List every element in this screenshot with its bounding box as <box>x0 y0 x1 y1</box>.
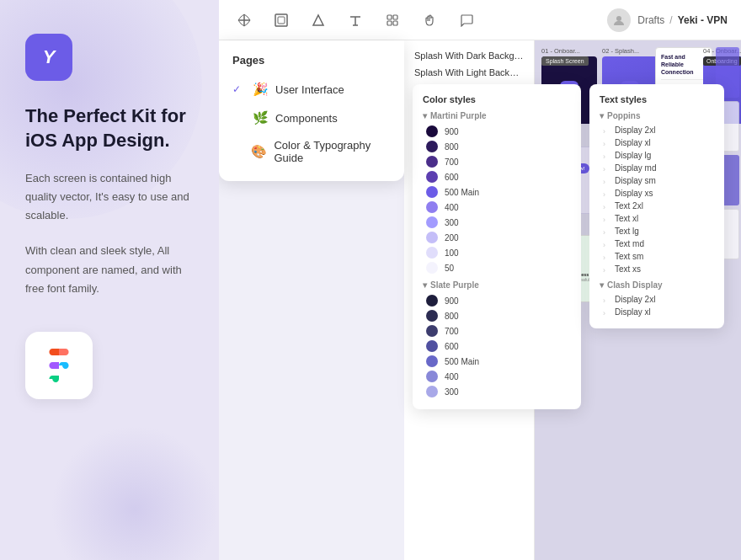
color-400[interactable]: 400 <box>423 200 571 215</box>
text-style-display-sm: Display sm <box>615 176 656 185</box>
pages-title: Pages <box>219 51 404 75</box>
text-group-poppins[interactable]: ▾ Poppins <box>600 111 714 120</box>
app-headline: The Perfect Kit for iOS App Design. <box>25 104 194 152</box>
svg-rect-0 <box>275 14 287 26</box>
text-group-poppins-label: Poppins <box>607 111 640 120</box>
slate-shade-600: 600 <box>445 342 459 351</box>
text-text-2xl[interactable]: ›Text 2xl <box>600 200 714 212</box>
chevron-icon: › <box>603 152 610 159</box>
comment-tool-icon[interactable] <box>455 8 478 32</box>
slate-shade-500: 500 Main <box>445 357 479 366</box>
chevron-icon: › <box>603 266 610 273</box>
text-display-xs[interactable]: ›Display xs <box>600 187 714 200</box>
clash-display-2xl[interactable]: ›Display 2xl <box>600 293 714 306</box>
color-300[interactable]: 300 <box>423 215 571 230</box>
color-group-slate[interactable]: ▾ Slate Purple <box>423 280 571 290</box>
slate-600[interactable]: 600 <box>423 339 571 354</box>
page-item-ui[interactable]: ✓ 🎉 User Interface <box>219 75 404 104</box>
svg-rect-1 <box>278 17 285 24</box>
slate-300[interactable]: 300 <box>423 384 571 399</box>
swatch-600 <box>426 171 438 183</box>
slate-swatch-500 <box>426 355 438 367</box>
svg-rect-3 <box>393 15 397 19</box>
clash-display-xl[interactable]: ›Display xl <box>600 306 714 318</box>
color-900[interactable]: 900 <box>423 124 571 139</box>
swatch-50 <box>426 262 438 274</box>
pages-dropdown: Pages ✓ 🎉 User Interface 🌿 Components 🎨 … <box>219 40 404 181</box>
slate-700[interactable]: 700 <box>423 323 571 339</box>
slate-500[interactable]: 500 Main <box>423 354 571 369</box>
text-display-2xl[interactable]: ›Display 2xl <box>600 124 714 136</box>
color-500-main[interactable]: 500 Main <box>423 184 571 200</box>
swatch-800 <box>426 141 438 152</box>
collapse-icon-clash: ▾ <box>600 280 604 290</box>
chevron-icon: › <box>603 165 610 172</box>
logo-letter: Y <box>43 46 56 68</box>
text-text-xs[interactable]: ›Text xs <box>600 263 714 275</box>
chevron-icon: › <box>603 241 610 248</box>
collapse-icon-poppins: ▾ <box>600 111 604 120</box>
text-display-md[interactable]: ›Display md <box>600 162 714 174</box>
move-tool-icon[interactable] <box>232 8 256 32</box>
slate-400[interactable]: 400 <box>423 369 571 384</box>
chevron-icon: › <box>603 178 610 184</box>
frame-tool-icon[interactable] <box>269 8 293 32</box>
description1: Each screen is contained high quality ve… <box>25 169 194 225</box>
color-800[interactable]: 800 <box>423 139 571 154</box>
splash-badge: Splash Screen <box>541 56 589 66</box>
hand-tool-icon[interactable] <box>418 8 441 32</box>
swatch-300 <box>426 216 438 228</box>
svg-rect-2 <box>387 15 392 19</box>
text-style-text-xl: Text xl <box>615 214 638 223</box>
description2: With clean and sleek style, All componen… <box>25 242 194 297</box>
page-item-color-guide[interactable]: 🎨 Color & Typography Guide <box>219 132 404 171</box>
text-display-xl[interactable]: ›Display xl <box>600 136 714 149</box>
color-200[interactable]: 200 <box>423 230 571 245</box>
layer-splash-light[interactable]: Splash With Light Background <box>404 64 534 81</box>
chevron-icon: › <box>603 203 610 210</box>
color-100[interactable]: 100 <box>423 245 571 260</box>
breadcrumb-current: Yeki - VPN <box>678 14 728 26</box>
text-display-sm[interactable]: ›Display sm <box>600 174 714 187</box>
breadcrumb: Drafts / Yeki - VPN <box>637 14 728 26</box>
slate-shade-800: 800 <box>445 312 459 321</box>
chevron-icon: › <box>603 190 610 197</box>
slate-shade-900: 900 <box>445 296 459 306</box>
breadcrumb-drafts: Drafts <box>637 14 664 26</box>
page-item-components[interactable]: 🌿 Components <box>219 104 404 132</box>
toolbar: Drafts / Yeki - VPN <box>219 0 741 40</box>
color-700[interactable]: 700 <box>423 154 571 169</box>
text-tool-icon[interactable] <box>344 8 367 32</box>
text-text-sm[interactable]: ›Text sm <box>600 250 714 263</box>
slate-shade-400: 400 <box>445 372 459 381</box>
slate-800[interactable]: 800 <box>423 308 571 323</box>
color-50[interactable]: 50 <box>423 260 571 275</box>
figma-badge <box>25 332 93 399</box>
color-styles-panel: Color styles ▾ Martini Purple 900 800 70… <box>413 84 581 409</box>
text-text-lg[interactable]: ›Text lg <box>600 225 714 237</box>
text-text-xl[interactable]: ›Text xl <box>600 212 714 225</box>
slate-shade-700: 700 <box>445 327 459 336</box>
text-group-clash[interactable]: ▾ Clash Display <box>600 280 714 290</box>
toolbar-right: Drafts / Yeki - VPN <box>607 8 728 32</box>
fast-reliable-text: Fast and Reliable Connection <box>661 53 706 76</box>
page-emoji-color: 🎨 <box>251 144 267 159</box>
shape-tool-icon[interactable] <box>307 8 330 32</box>
text-display-lg[interactable]: ›Display lg <box>600 149 714 162</box>
color-group-martini-label: Martini Purple <box>430 111 487 120</box>
component-tool-icon[interactable] <box>381 8 404 32</box>
shade-700: 700 <box>445 157 459 167</box>
page-label-components: Components <box>275 112 338 125</box>
layer-splash-dark[interactable]: Splash With Dark Background <box>404 47 534 64</box>
toolbar-left <box>232 8 478 32</box>
slate-900[interactable]: 900 <box>423 293 571 308</box>
check-icon: ✓ <box>232 83 246 95</box>
swatch-700 <box>426 156 438 168</box>
text-text-md[interactable]: ›Text md <box>600 237 714 250</box>
color-600[interactable]: 600 <box>423 169 571 184</box>
text-style-text-lg: Text lg <box>615 227 639 236</box>
collapse-icon-slate: ▾ <box>423 280 427 290</box>
figma-logo-icon <box>42 345 76 386</box>
color-group-martini[interactable]: ▾ Martini Purple <box>423 111 571 120</box>
page-emoji-components: 🌿 <box>253 110 269 125</box>
